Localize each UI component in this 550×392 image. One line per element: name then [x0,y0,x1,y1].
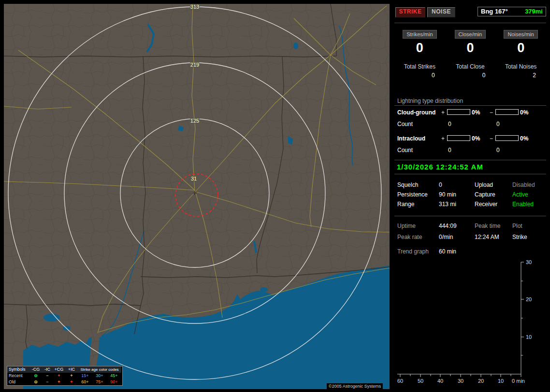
intracloud-count-row: Count 0 0 [394,147,546,154]
clock-readout: 1/30/2026 12:24:52 AM [394,160,546,174]
y-tick-30: 30 [526,259,532,265]
capture-label: Capture [475,191,495,198]
range-label: Range [397,201,414,208]
close-per-min-label: Close/min [455,30,486,39]
divider [394,23,546,23]
close-per-min-value: 0 [466,41,474,55]
range-value: 313 mi [439,201,456,208]
copyright-text: ©2005 Astrogenic Systems [327,383,383,389]
cloud-ground-row: Cloud-ground + 0% − 0% [394,109,546,117]
x-tick-60: 60 [397,378,403,384]
persistence-value: 90 min [439,191,456,198]
x-tick-20: 20 [478,378,484,384]
legend-col-neg-ic: -IC [42,366,53,373]
upload-status: Disabled [512,182,535,188]
age-60: 60+ [78,379,92,385]
noise-toggle-button[interactable]: NOISE [427,7,455,17]
count-label: Count [397,121,413,127]
trend-graph-row: Trend graph 60 min [394,248,546,257]
cg-plus-count: 0 [448,121,451,127]
ic-minus-count: 0 [496,147,500,154]
trend-window-value: 60 min [439,248,456,255]
uptime-value: 444:09 [439,223,457,229]
map-canvas[interactable]: 313 219 125 31 [4,4,390,389]
strikes-per-min-value: 0 [416,41,423,55]
receiver-label: Receiver [475,201,497,208]
totals-labels: Total Strikes Total Close Total Noises [394,63,546,70]
strike-toggle-button[interactable]: STRIKE [395,7,425,17]
intracloud-row: Intracloud + 0% − 0% [394,135,546,143]
cg-plus-percent: 0% [472,109,480,116]
totals-values: 0 0 2 [394,72,546,79]
plot-label: Plot [512,223,522,229]
divider [394,216,546,216]
squelch-value: 0 [439,182,442,188]
x-tick-0-min: 0 min [512,378,525,384]
ring-label-125: 125 [190,118,199,124]
ic-plus-count: 0 [448,147,451,154]
receiver-status: Enabled [512,201,534,208]
upload-label: Upload [475,182,493,188]
total-close-value: 0 [482,72,486,79]
trend-axis-labels: 30 20 10 60 50 40 30 20 10 0 min [397,259,532,384]
pos-ic-recent-icon: + [65,373,78,379]
legend-col-pos-ic: +IC [65,366,78,373]
y-tick-20: 20 [526,296,532,302]
capture-status: Active [512,191,528,198]
x-tick-10: 10 [498,378,504,384]
ic-plus-bar [447,135,470,141]
legend-symbols-header: Symbols [7,366,29,373]
total-close-label: Total Close [456,63,484,70]
ring-label-219: 219 [190,62,199,68]
age-75: 75+ [92,379,107,385]
total-strikes-label: Total Strikes [404,63,435,70]
age-90: 90+ [107,379,121,385]
neg-cg-old-icon: ⊖ [29,379,42,385]
cg-minus-bar [495,109,519,115]
strikes-per-min-label: Strikes/min [403,30,436,39]
peak-time-value: 12:24 AM [475,234,499,240]
ic-plus-percent: 0% [472,135,480,142]
minus-sign: − [490,135,493,142]
peak-rate-value: 0/min [439,234,453,240]
neg-ic-recent-icon: − [42,373,53,379]
trend-graph: 30 20 10 60 50 40 30 20 10 0 min [394,258,546,389]
count-label: Count [397,147,413,154]
plus-sign: + [441,135,445,142]
cg-minus-count: 0 [496,121,500,127]
y-tick-10: 10 [526,334,532,340]
plot-mode-value: Strike [512,234,527,240]
intracloud-label: Intracloud [397,135,425,142]
minus-sign: − [490,109,493,116]
ic-minus-percent: 0% [520,135,528,142]
persistence-label: Persistence [397,191,428,198]
ring-label-313: 313 [190,4,199,10]
pos-cg-recent-icon: + [53,373,65,379]
plus-sign: + [441,109,445,116]
ring-label-31: 31 [191,176,197,182]
settings-row-range: Range 313 mi Receiver Enabled [394,201,546,210]
legend-age-header: Strike age color codes [78,366,121,373]
peak-rate-label: Peak rate [397,234,422,240]
x-tick-40: 40 [437,378,443,384]
cloud-ground-count-row: Count 0 0 [394,121,546,128]
bearing-readout: Bng 167° 379mi [478,7,546,16]
total-strikes-value: 0 [432,72,435,79]
lightning-map[interactable]: 313 219 125 31 Symbols -CG -IC +CG +IC S… [4,4,390,389]
rate-counter-values: 0 0 0 [394,41,546,55]
age-30: 30+ [92,373,107,379]
uptime-label: Uptime [397,223,416,229]
trend-axes [397,262,524,377]
status-panel: STRIKE NOISE Bng 167° 379mi Strikes/min … [394,0,546,392]
bearing-label: Bng 167° [481,7,508,16]
total-noises-value: 2 [533,72,536,79]
x-tick-30: 30 [458,378,463,384]
peak-time-label: Peak time [475,223,500,229]
status-row-peak-rate: Peak rate 0/min 12:24 AM Strike [394,234,546,242]
trend-graph-label: Trend graph [397,248,429,255]
legend-row-old-label: Old [7,379,29,385]
bearing-range: 379mi [525,7,543,16]
age-45: 45+ [107,373,121,379]
neg-ic-old-icon: − [42,379,53,385]
cg-minus-percent: 0% [520,109,528,116]
